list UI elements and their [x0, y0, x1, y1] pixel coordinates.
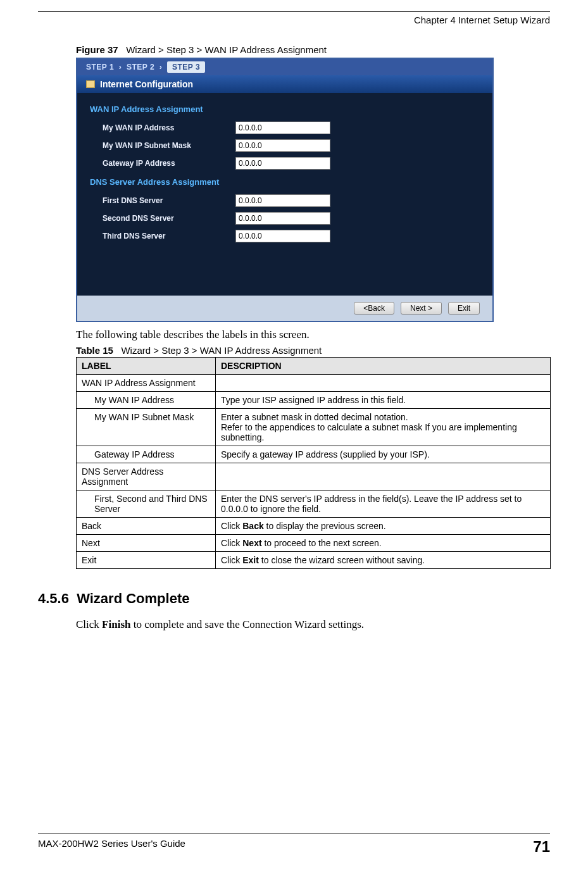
figure-caption: Figure 37 Wizard > Step 3 > WAN IP Addre… [76, 44, 550, 55]
dns-section-label: DNS Server Address Assignment [90, 177, 480, 187]
cell-label: First, Second and Third DNS Server [77, 490, 216, 518]
table-row: NextClick Next to proceed to the next sc… [77, 535, 551, 552]
wan-mask-label: My WAN IP Subnet Mask [103, 141, 235, 150]
footer-guide: MAX-200HW2 Series User's Guide [38, 838, 185, 856]
step1-label: STEP 1 [86, 63, 114, 72]
section-paragraph: Click Finish to complete and save the Co… [76, 618, 550, 631]
description-table: LABEL DESCRIPTION WAN IP Address Assignm… [76, 357, 551, 569]
dns3-input[interactable] [235, 230, 330, 242]
dns2-input[interactable] [235, 212, 330, 225]
cell-description [216, 463, 551, 490]
step3-label-active: STEP 3 [167, 61, 205, 73]
dns3-label: Third DNS Server [103, 232, 235, 241]
wan-ip-label: My WAN IP Address [103, 123, 235, 132]
wan-section-label: WAN IP Address Assignment [90, 104, 480, 114]
table-row: ExitClick Exit to close the wizard scree… [77, 552, 551, 569]
cell-description: Enter the DNS server's IP address in the… [216, 490, 551, 518]
exit-button[interactable]: Exit [448, 302, 480, 315]
gateway-ip-label: Gateway IP Address [103, 159, 235, 168]
wan-ip-input[interactable] [235, 122, 330, 134]
cell-description [216, 375, 551, 392]
cell-label: Next [77, 535, 216, 552]
section-number: 4.5.6 [38, 590, 69, 606]
cell-description: Click Next to proceed to the next screen… [216, 535, 551, 552]
chapter-header: Chapter 4 Internet Setup Wizard [38, 15, 550, 25]
table-row: First, Second and Third DNS ServerEnter … [77, 490, 551, 518]
table-caption-text: Wizard > Step 3 > WAN IP Address Assignm… [121, 345, 322, 356]
figure-label: Figure 37 [76, 44, 118, 55]
gateway-ip-input[interactable] [235, 157, 330, 170]
folder-icon [86, 80, 95, 88]
cell-description: Click Back to display the previous scree… [216, 518, 551, 535]
dns2-label: Second DNS Server [103, 214, 235, 223]
dns1-label: First DNS Server [103, 196, 235, 205]
cell-label: My WAN IP Address [77, 392, 216, 409]
section-title: Wizard Complete [77, 590, 189, 606]
cell-label: DNS Server Address Assignment [77, 463, 216, 490]
figure-caption-text: Wizard > Step 3 > WAN IP Address Assignm… [126, 44, 327, 55]
cell-label: My WAN IP Subnet Mask [77, 409, 216, 446]
th-description: DESCRIPTION [216, 358, 551, 375]
cell-description: Type your ISP assigned IP address in thi… [216, 392, 551, 409]
step2-label: STEP 2 [127, 63, 154, 72]
cell-label: Exit [77, 552, 216, 569]
table-row: My WAN IP AddressType your ISP assigned … [77, 392, 551, 409]
page-number: 71 [533, 838, 550, 856]
cell-description: Specify a gateway IP address (supplied b… [216, 446, 551, 463]
th-label: LABEL [77, 358, 216, 375]
dns1-input[interactable] [235, 194, 330, 207]
table-caption: Table 15 Wizard > Step 3 > WAN IP Addres… [76, 345, 550, 356]
wan-mask-input[interactable] [235, 139, 330, 152]
panel-title-bar: Internet Configuration [77, 75, 492, 93]
wizard-steps: STEP 1 › STEP 2 › STEP 3 [77, 59, 492, 75]
panel-title-text: Internet Configuration [100, 79, 193, 89]
table-row: BackClick Back to display the previous s… [77, 518, 551, 535]
table-row: Gateway IP AddressSpecify a gateway IP a… [77, 446, 551, 463]
section-heading: 4.5.6 Wizard Complete [38, 590, 550, 607]
cell-label: Gateway IP Address [77, 446, 216, 463]
next-button[interactable]: Next > [401, 302, 442, 315]
table-row: WAN IP Address Assignment [77, 375, 551, 392]
wizard-screenshot: STEP 1 › STEP 2 › STEP 3 Internet Config… [76, 58, 494, 322]
table-row: My WAN IP Subnet MaskEnter a subnet mask… [77, 409, 551, 446]
cell-description: Enter a subnet mask in dotted decimal no… [216, 409, 551, 446]
cell-label: Back [77, 518, 216, 535]
intro-paragraph: The following table describes the labels… [76, 328, 550, 341]
table-label: Table 15 [76, 345, 113, 356]
table-row: DNS Server Address Assignment [77, 463, 551, 490]
cell-description: Click Exit to close the wizard screen wi… [216, 552, 551, 569]
back-button[interactable]: <Back [354, 302, 394, 315]
cell-label: WAN IP Address Assignment [77, 375, 216, 392]
